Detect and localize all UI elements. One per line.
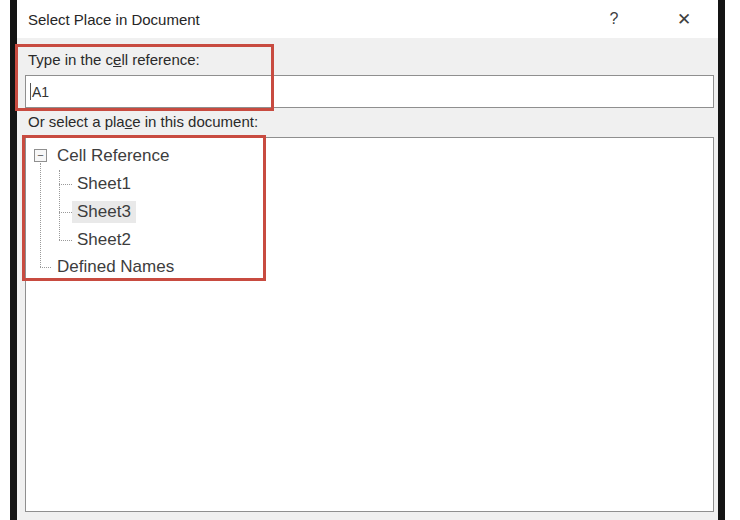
cell-reference-value: A1 (32, 84, 49, 100)
cell-reference-input[interactable]: A1 (25, 75, 714, 108)
select-place-dialog: Select Place in Document ? ✕ Type in the… (10, 0, 725, 520)
tree-item-cell-reference[interactable]: Cell Reference (52, 142, 174, 170)
help-button[interactable]: ? (597, 0, 631, 38)
screenshot-canvas: Select Place in Document ? ✕ Type in the… (0, 0, 740, 520)
collapse-icon[interactable]: − (34, 149, 47, 162)
label-text: e in this document: (132, 113, 258, 130)
dialog-titlebar: Select Place in Document ? ✕ (17, 0, 718, 38)
label-text: Or select a pla (28, 113, 125, 130)
tree-item-label: Sheet1 (72, 173, 136, 195)
tree-line (59, 240, 72, 241)
tree-item-sheet2[interactable]: Sheet2 (72, 226, 136, 254)
label-text: ll reference: (121, 51, 199, 68)
tree-item-sheet3[interactable]: Sheet3 (72, 198, 136, 226)
tree-line (40, 163, 41, 267)
tree-item-label: Cell Reference (52, 145, 174, 167)
tree-item-label: Defined Names (52, 256, 179, 278)
tree-line (59, 212, 72, 213)
label-text: Type in the c (28, 51, 113, 68)
tree-line (40, 267, 51, 268)
tree-line (59, 170, 60, 240)
tree-item-label: Sheet2 (72, 229, 136, 251)
dialog-title: Select Place in Document (28, 11, 200, 28)
places-tree: − Cell Reference Sheet1 Sheet3 Sheet2 (26, 138, 713, 511)
tree-item-defined-names[interactable]: Defined Names (52, 253, 179, 281)
tree-line (59, 184, 72, 185)
select-place-label: Or select a place in this document: (28, 113, 258, 130)
cell-reference-label: Type in the cell reference: (28, 51, 200, 68)
close-icon[interactable]: ✕ (667, 0, 701, 38)
tree-item-sheet1[interactable]: Sheet1 (72, 170, 136, 198)
text-cursor (30, 83, 31, 100)
tree-item-label: Sheet3 (72, 201, 136, 223)
document-places-listbox[interactable]: − Cell Reference Sheet1 Sheet3 Sheet2 (25, 137, 714, 512)
